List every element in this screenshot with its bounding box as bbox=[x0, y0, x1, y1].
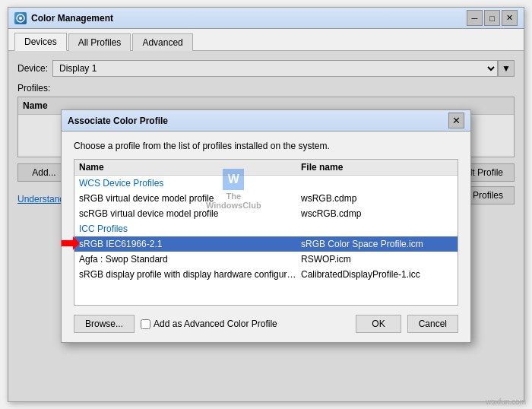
main-content: Device: Display 1 ▼ Profiles: Name Add..… bbox=[8, 51, 524, 401]
footer-left: Browse... Add as Advanced Color Profile bbox=[74, 315, 277, 333]
advanced-color-checkbox[interactable] bbox=[141, 319, 150, 329]
table-row[interactable]: scRGB virtual device model profile wscRG… bbox=[74, 206, 458, 221]
advanced-color-checkbox-label[interactable]: Add as Advanced Color Profile bbox=[141, 319, 277, 329]
main-window: Color Management ─ □ ✕ Devices All Profi… bbox=[8, 7, 524, 402]
table-row-selected[interactable]: sRGB IEC61966-2.1 sRGB Color Space Profi… bbox=[74, 236, 458, 252]
tab-devices[interactable]: Devices bbox=[14, 33, 67, 51]
modal-close-button[interactable]: ✕ bbox=[448, 113, 464, 128]
modal-instruction: Choose a profile from the list of profil… bbox=[74, 141, 458, 151]
close-button[interactable]: ✕ bbox=[502, 10, 518, 26]
col-name-header: Name bbox=[79, 162, 301, 173]
minimize-button[interactable]: ─ bbox=[467, 10, 483, 26]
modal-dialog: Associate Color Profile ✕ Choose a profi… bbox=[61, 109, 471, 343]
icc-section-header: ICC Profiles bbox=[74, 221, 458, 236]
browse-button[interactable]: Browse... bbox=[74, 315, 135, 333]
footer-right: OK Cancel bbox=[356, 315, 458, 333]
modal-footer: Browse... Add as Advanced Color Profile … bbox=[62, 315, 470, 342]
table-row[interactable]: Agfa : Swop Standard RSWOP.icm bbox=[74, 252, 458, 267]
svg-point-1 bbox=[19, 17, 22, 20]
window-title: Color Management bbox=[31, 13, 467, 24]
app-icon bbox=[14, 12, 27, 24]
profiles-table-container: Name File name WCS Device Profiles sRGB … bbox=[74, 159, 458, 306]
modal-titlebar: Associate Color Profile ✕ bbox=[62, 110, 470, 132]
profiles-table-header: Name File name bbox=[74, 160, 458, 176]
ok-button[interactable]: OK bbox=[356, 315, 401, 333]
maximize-button[interactable]: □ bbox=[484, 10, 500, 26]
table-row[interactable]: sRGB virtual device model profile wsRGB.… bbox=[74, 191, 458, 206]
window-controls: ─ □ ✕ bbox=[467, 10, 518, 26]
main-titlebar: Color Management ─ □ ✕ bbox=[8, 8, 524, 29]
modal-body: Choose a profile from the list of profil… bbox=[62, 132, 470, 315]
checkbox-label-text: Add as Advanced Color Profile bbox=[154, 319, 277, 329]
modal-title: Associate Color Profile bbox=[68, 116, 448, 126]
profiles-table-body[interactable]: WCS Device Profiles sRGB virtual device … bbox=[74, 176, 458, 305]
col-filename-header: File name bbox=[301, 162, 453, 173]
tabs-bar: Devices All Profiles Advanced bbox=[8, 29, 524, 51]
cancel-button[interactable]: Cancel bbox=[407, 315, 458, 333]
wcs-section-header: WCS Device Profiles bbox=[74, 176, 458, 191]
tab-all-profiles[interactable]: All Profiles bbox=[68, 33, 131, 51]
tab-advanced[interactable]: Advanced bbox=[132, 33, 192, 51]
page-watermark: wsxfun.com bbox=[486, 398, 526, 406]
modal-overlay: ➡ Associate Color Profile ✕ Choose a pro… bbox=[8, 51, 524, 401]
table-row[interactable]: sRGB display profile with display hardwa… bbox=[74, 267, 458, 282]
